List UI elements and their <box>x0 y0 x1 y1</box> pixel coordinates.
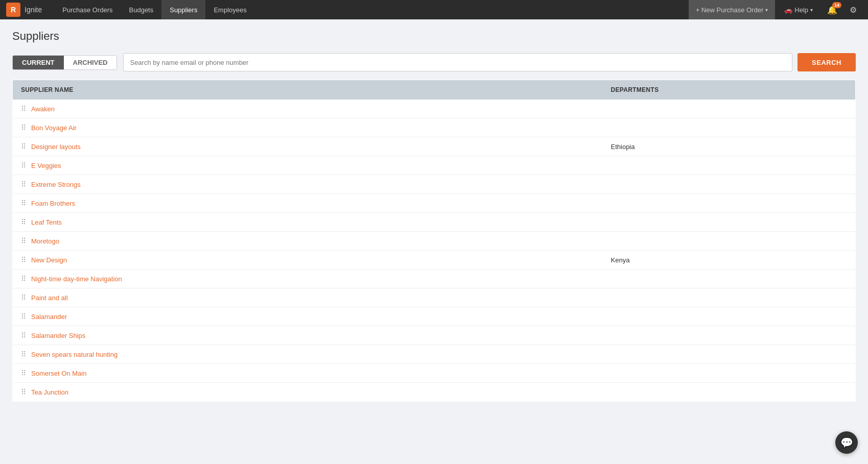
brand[interactable]: R Ignite <box>6 3 42 17</box>
table-row: ⠿ E Veggies <box>13 156 856 175</box>
table-row: ⠿ Moretogo <box>13 232 856 251</box>
supplier-cell: ⠿ Somerset On Main <box>13 364 603 383</box>
department-cell <box>603 213 856 232</box>
supplier-link[interactable]: Somerset On Main <box>31 370 86 377</box>
drag-handle-icon[interactable]: ⠿ <box>21 142 26 151</box>
search-input[interactable] <box>123 53 792 71</box>
table-row: ⠿ Salamander <box>13 307 856 326</box>
department-cell <box>603 326 856 345</box>
supplier-cell: ⠿ Salamander Ships <box>13 326 603 345</box>
tab-current[interactable]: CURRENT <box>13 56 64 69</box>
supplier-link[interactable]: Foam Brothers <box>31 200 75 207</box>
notifications-button[interactable]: 🔔 14 <box>822 0 842 19</box>
drag-handle-icon[interactable]: ⠿ <box>21 218 26 226</box>
supplier-cell: ⠿ Night-time day-time Navigation <box>13 270 603 288</box>
drag-handle-icon[interactable]: ⠿ <box>21 256 26 264</box>
navbar: R Ignite Purchase Orders Budgets Supplie… <box>0 0 868 19</box>
nav-budgets[interactable]: Budgets <box>121 0 162 19</box>
drag-handle-icon[interactable]: ⠿ <box>21 331 26 339</box>
supplier-link[interactable]: Seven spears natural hunting <box>31 351 118 358</box>
tab-archived[interactable]: ARCHIVED <box>64 56 117 69</box>
col-departments: DEPARTMENTS <box>603 80 856 100</box>
chat-button[interactable]: 💬 <box>835 431 858 454</box>
table-row: ⠿ Designer layouts Ethiopia <box>13 137 856 156</box>
search-button[interactable]: SEARCH <box>797 53 856 71</box>
chat-icon: 💬 <box>840 436 853 449</box>
toolbar: CURRENT ARCHIVED SEARCH <box>12 53 856 71</box>
supplier-cell: ⠿ Awaken <box>13 100 603 118</box>
supplier-cell: ⠿ Foam Brothers <box>13 194 603 213</box>
tab-group: CURRENT ARCHIVED <box>12 55 117 70</box>
supplier-cell: ⠿ Tea Junction <box>13 383 603 402</box>
new-po-chevron-icon: ▾ <box>765 7 768 13</box>
drag-handle-icon[interactable]: ⠿ <box>21 369 26 377</box>
department-cell <box>603 232 856 251</box>
supplier-link[interactable]: Tea Junction <box>31 388 68 396</box>
nav-employees[interactable]: Employees <box>205 0 254 19</box>
department-cell <box>603 175 856 194</box>
drag-handle-icon[interactable]: ⠿ <box>21 124 26 132</box>
drag-handle-icon[interactable]: ⠿ <box>21 312 26 321</box>
supplier-link[interactable]: Moretogo <box>31 237 59 245</box>
table-row: ⠿ Bon Voyage Air <box>13 118 856 137</box>
supplier-cell: ⠿ Moretogo <box>13 232 603 251</box>
supplier-cell: ⠿ Salamander <box>13 307 603 326</box>
supplier-cell: ⠿ New Design <box>13 251 603 270</box>
supplier-link[interactable]: Salamander <box>31 313 67 321</box>
drag-handle-icon[interactable]: ⠿ <box>21 199 26 207</box>
help-icon: 🚗 <box>784 6 792 14</box>
supplier-link[interactable]: Leaf Tents <box>31 218 62 226</box>
supplier-link[interactable]: New Design <box>31 256 67 264</box>
table-row: ⠿ Somerset On Main <box>13 364 856 383</box>
supplier-link[interactable]: Extreme Strongs <box>31 181 81 188</box>
drag-handle-icon[interactable]: ⠿ <box>21 275 26 283</box>
drag-handle-icon[interactable]: ⠿ <box>21 294 26 302</box>
drag-handle-icon[interactable]: ⠿ <box>21 237 26 245</box>
table-row: ⠿ Tea Junction <box>13 383 856 402</box>
supplier-cell: ⠿ Seven spears natural hunting <box>13 345 603 364</box>
page-title: Suppliers <box>12 30 856 43</box>
department-cell <box>603 156 856 175</box>
supplier-cell: ⠿ Designer layouts <box>13 137 603 156</box>
supplier-link[interactable]: Bon Voyage Air <box>31 124 77 132</box>
nav-suppliers[interactable]: Suppliers <box>161 0 205 19</box>
supplier-link[interactable]: Awaken <box>31 105 55 113</box>
department-cell <box>603 345 856 364</box>
help-chevron-icon: ▾ <box>810 7 813 13</box>
table-row: ⠿ Leaf Tents <box>13 213 856 232</box>
drag-handle-icon[interactable]: ⠿ <box>21 161 26 169</box>
supplier-link[interactable]: Paint and all <box>31 294 68 302</box>
department-cell <box>603 364 856 383</box>
department-cell <box>603 270 856 288</box>
supplier-cell: ⠿ E Veggies <box>13 156 603 175</box>
nav-items: Purchase Orders Budgets Suppliers Employ… <box>54 0 688 19</box>
search-area: SEARCH <box>123 53 856 71</box>
department-cell <box>603 307 856 326</box>
notification-badge: 14 <box>832 2 841 8</box>
supplier-link[interactable]: Salamander Ships <box>31 332 85 339</box>
help-button[interactable]: 🚗 Help ▾ <box>777 0 820 19</box>
table-row: ⠿ Awaken <box>13 100 856 118</box>
supplier-link[interactable]: E Veggies <box>31 162 61 169</box>
department-cell <box>603 194 856 213</box>
supplier-cell: ⠿ Leaf Tents <box>13 213 603 232</box>
department-cell <box>603 100 856 118</box>
drag-handle-icon[interactable]: ⠿ <box>21 105 26 113</box>
drag-handle-icon[interactable]: ⠿ <box>21 388 26 396</box>
nav-purchase-orders[interactable]: Purchase Orders <box>54 0 121 19</box>
table-row: ⠿ Extreme Strongs <box>13 175 856 194</box>
settings-button[interactable]: ⚙ <box>844 0 862 19</box>
nav-right: + New Purchase Order ▾ 🚗 Help ▾ 🔔 14 ⚙ <box>689 0 862 19</box>
drag-handle-icon[interactable]: ⠿ <box>21 350 26 358</box>
table-row: ⠿ Foam Brothers <box>13 194 856 213</box>
drag-handle-icon[interactable]: ⠿ <box>21 180 26 188</box>
new-purchase-order-button[interactable]: + New Purchase Order ▾ <box>689 0 776 19</box>
table-row: ⠿ Paint and all <box>13 288 856 307</box>
supplier-link[interactable]: Night-time day-time Navigation <box>31 275 122 283</box>
supplier-link[interactable]: Designer layouts <box>31 143 81 151</box>
department-cell <box>603 383 856 402</box>
supplier-cell: ⠿ Extreme Strongs <box>13 175 603 194</box>
page-container: Suppliers CURRENT ARCHIVED SEARCH SUPPLI… <box>0 19 868 412</box>
department-cell: Kenya <box>603 251 856 270</box>
supplier-cell: ⠿ Bon Voyage Air <box>13 118 603 137</box>
